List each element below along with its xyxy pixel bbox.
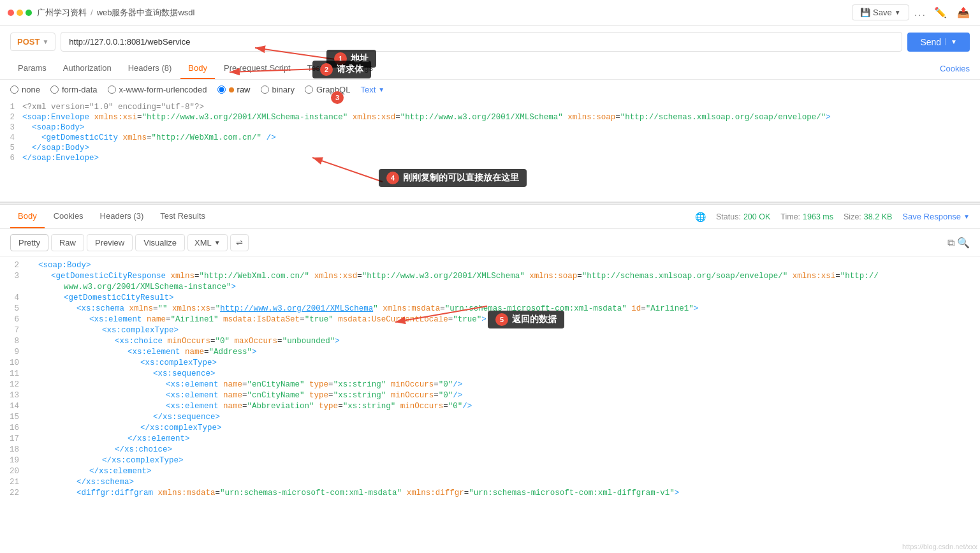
save-response-label: Save Response (902, 212, 961, 221)
main-layout: POST ▼ Send ▼ Params Authorization Heade… (0, 26, 980, 553)
code-line-3: 3 <soap:Body> (0, 122, 980, 133)
response-code-area[interactable]: 2 <soap:Body> 3 <getDomesticCityResponse… (0, 257, 980, 553)
resp-line-4: 4 <getDomesticCityResult> (0, 292, 980, 303)
resp-line-13: 13 <xs:element name="cnCityName" type="x… (0, 390, 980, 401)
body-options: none form-data x-www-form-urlencoded raw… (0, 80, 980, 100)
globe-icon: 🌐 (695, 212, 706, 222)
resp-line-21: 21 </xs:schema> (0, 476, 980, 487)
option-formdata[interactable]: form-data (50, 85, 98, 94)
option-binary[interactable]: binary (261, 85, 295, 94)
code-line-2: 2 <soap:Envelope xmlns:xsi="http://www.w… (0, 112, 980, 122)
time-value: 1963 ms (803, 212, 833, 221)
radio-binary[interactable] (261, 85, 269, 94)
format-label: Text (360, 85, 376, 94)
window-controls (8, 10, 32, 16)
radio-graphql[interactable] (305, 85, 313, 94)
request-tabs: Params Authorization Headers (8) Body Pr… (0, 58, 980, 80)
status-value: 200 OK (743, 212, 770, 221)
raw-active-dot (229, 87, 234, 92)
tab-headers[interactable]: Headers (8) (121, 58, 180, 79)
option-urlencoded[interactable]: x-www-form-urlencoded (108, 85, 207, 94)
resp-line-20: 20 </xs:element> (0, 466, 980, 476)
save-label: Save (873, 8, 892, 17)
breadcrumb-part2: web服务器中查询数据wsdl (97, 7, 195, 18)
option-raw[interactable]: raw (217, 85, 251, 94)
resp-line-9: 9 <xs:element name="Address"> (0, 346, 980, 357)
tab-authorization[interactable]: Authorization (55, 58, 119, 79)
minimize-dot (17, 10, 23, 16)
tab-params[interactable]: Params (10, 58, 54, 79)
tab-pre-request[interactable]: Pre-request Script (216, 58, 298, 79)
resp-tab-body[interactable]: Body (10, 205, 45, 228)
resp-line-8: 8 <xs:choice minOccurs="0" maxOccurs="un… (0, 335, 980, 346)
save-response-chevron: ▼ (963, 213, 970, 220)
badge-3: 3 (331, 91, 344, 104)
save-icon: 💾 (860, 8, 870, 17)
method-label: POST (17, 37, 40, 47)
method-selector[interactable]: POST ▼ (10, 33, 55, 51)
copy-button[interactable]: ⧉ (947, 237, 954, 249)
wrap-lines-button[interactable]: ⇌ (230, 234, 249, 251)
resp-line-11: 11 <xs:sequence> (0, 368, 980, 379)
fmt-visualize-button[interactable]: Visualize (135, 234, 185, 251)
save-chevron: ▼ (895, 9, 901, 16)
format-xml-chevron: ▼ (214, 239, 221, 246)
option-none[interactable]: none (10, 85, 40, 94)
edit-icon-button[interactable]: ✏️ (932, 4, 949, 21)
resp-line-22: 22 <diffgr:diffgram xmlns:msdata="urn:sc… (0, 487, 980, 498)
maximize-dot (26, 10, 32, 16)
code-line-1: 1 <?xml version="1.0" encoding="utf-8"?> (0, 102, 980, 112)
resp-line-10: 10 <xs:complexType> (0, 357, 980, 368)
tab-body[interactable]: Body (180, 58, 215, 79)
tab-tests[interactable]: Tests (300, 58, 334, 79)
fmt-raw-button[interactable]: Raw (51, 234, 84, 251)
request-code-editor[interactable]: 1 <?xml version="1.0" encoding="utf-8"?>… (0, 100, 980, 202)
resp-tab-headers[interactable]: Headers (3) (92, 205, 152, 228)
resp-line-18: 18 </xs:choice> (0, 444, 980, 455)
save-response-button[interactable]: Save Response ▼ (902, 212, 970, 221)
resp-line-17: 17 </xs:element> (0, 433, 980, 444)
share-icon-button[interactable]: 📤 (954, 4, 972, 21)
format-xml-label: XML (194, 238, 212, 247)
code-line-5: 5 </soap:Body> (0, 143, 980, 153)
radio-formdata[interactable] (50, 85, 59, 94)
resp-line-7: 7 <xs:complexType> (0, 325, 980, 335)
radio-none[interactable] (10, 85, 18, 94)
badge-3-container: 3 (331, 91, 344, 104)
search-button[interactable]: 🔍 (957, 237, 970, 249)
save-button[interactable]: 💾 Save ▼ (852, 4, 909, 20)
fmt-pretty-button[interactable]: Pretty (10, 234, 48, 251)
url-bar: POST ▼ Send ▼ (0, 26, 980, 58)
url-input[interactable] (61, 32, 902, 52)
code-line-6: 6 </soap:Envelope> (0, 153, 980, 163)
size-value: 38.2 KB (864, 212, 892, 221)
breadcrumb-part1: 广州学习资料 (37, 7, 87, 18)
radio-raw[interactable] (217, 85, 226, 94)
resp-tab-test-results[interactable]: Test Results (152, 205, 213, 228)
time-item: Time: 1963 ms (780, 212, 833, 221)
watermark: https://blog.csdn.net/xxx (902, 543, 977, 550)
top-bar: 广州学习资料 / web服务器中查询数据wsdl 💾 Save ▼ ... ✏️… (0, 0, 980, 26)
more-options[interactable]: ... (914, 7, 926, 18)
response-status-bar: 🌐 Status: 200 OK Time: 1963 ms Size: 38.… (695, 212, 970, 222)
response-tabs: Body Cookies Headers (3) Test Results 🌐 … (0, 205, 980, 229)
cookies-link[interactable]: Cookies (940, 64, 970, 73)
status-item: Status: 200 OK (716, 212, 770, 221)
method-chevron: ▼ (42, 38, 48, 45)
request-area: POST ▼ Send ▼ Params Authorization Heade… (0, 26, 980, 202)
resp-line-16: 16 </xs:complexType> (0, 422, 980, 433)
format-xml-dropdown[interactable]: XML ▼ (187, 234, 228, 251)
radio-urlencoded[interactable] (108, 85, 116, 94)
tab-settings[interactable]: Settings (335, 58, 381, 79)
breadcrumb-sep: / (91, 8, 93, 17)
send-button[interactable]: Send ▼ (907, 33, 970, 52)
fmt-preview-button[interactable]: Preview (87, 234, 133, 251)
send-arrow-icon: ▼ (945, 38, 957, 45)
code-line-4: 4 <getDomesticCity xmlns="http://WebXml.… (0, 133, 980, 143)
resp-line-14: 14 <xs:element name="Abbreviation" type=… (0, 401, 980, 411)
resp-line-15: 15 </xs:sequence> (0, 411, 980, 422)
close-dot (8, 10, 14, 16)
size-item: Size: 38.2 KB (844, 212, 892, 221)
format-dropdown[interactable]: Text ▼ (360, 85, 384, 94)
resp-tab-cookies[interactable]: Cookies (46, 205, 91, 228)
